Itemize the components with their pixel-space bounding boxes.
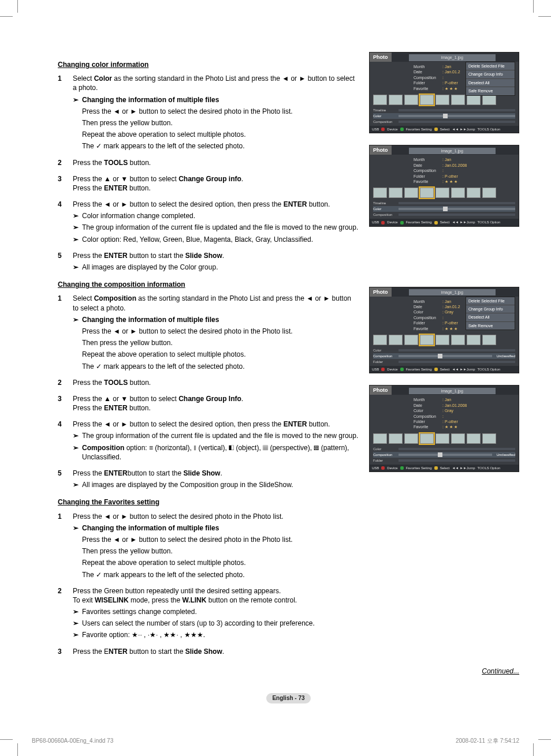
sort-bar	[399, 454, 492, 456]
thumbnail[interactable]	[467, 433, 481, 444]
screenshot-title: Photo	[370, 386, 392, 395]
step-number: 1	[58, 74, 73, 83]
thumbnail[interactable]	[389, 95, 403, 105]
meta-value: :	[442, 315, 444, 320]
foot-label-jump: ◄◄ ►►Jump	[452, 220, 475, 224]
page-number-pill-wrap: English - 73	[58, 693, 519, 703]
thumbnail[interactable]	[404, 95, 418, 105]
instruction-step: 5Press the ENTER button to start the Sli…	[58, 251, 359, 272]
step-body: Press the ▲ or ▼ button to select Change…	[73, 394, 359, 413]
context-menu-item[interactable]: Change Group Info	[466, 305, 515, 313]
thumbnail[interactable]	[404, 188, 418, 198]
print-metadata: BP68-00660A-00Eng_4.indd 73 2008-02-11 오…	[32, 737, 519, 745]
thumbnail[interactable]	[404, 433, 418, 444]
meta-key: Composition	[414, 168, 440, 173]
thumbnail[interactable]	[467, 335, 481, 345]
screenshot-filename: image_1.jpg	[409, 54, 496, 61]
step-text: Press the ◄ or ► button to select the de…	[73, 200, 359, 209]
thumbnail[interactable]	[482, 335, 496, 345]
sort-row[interactable]: Composition	[373, 119, 515, 125]
foot-label-device: Device	[387, 466, 397, 470]
thumbnail[interactable]	[389, 433, 403, 444]
context-menu-item[interactable]: Delete Selected File	[466, 297, 515, 305]
thumbnail[interactable]	[404, 335, 418, 345]
thumbnail[interactable]	[451, 188, 465, 198]
instruction-step: 1Press the ◄ or ► button to select the d…	[58, 512, 359, 579]
foot-label-usb: USB	[372, 466, 379, 470]
thumbnail[interactable]	[389, 335, 403, 345]
screenshot-header: Photoimage_1.jpg	[370, 386, 519, 395]
context-menu-item[interactable]: Delete Selected File	[466, 62, 515, 70]
context-menu-item[interactable]: Deselect All	[466, 313, 515, 321]
thumbnail[interactable]	[373, 335, 387, 345]
sort-row[interactable]: Color	[373, 113, 515, 119]
context-menu-item[interactable]: Change Group Info	[466, 70, 515, 78]
sort-row[interactable]: Color	[373, 206, 515, 212]
meta-key: Composition	[414, 75, 440, 80]
crop-mark	[533, 0, 534, 13]
thumbnail[interactable]	[435, 433, 449, 444]
sub-text: Changing the information of multiple fil…	[82, 315, 359, 324]
instruction-step: 2Press the TOOLS button.	[58, 158, 359, 167]
context-menu-item[interactable]: Deselect All	[466, 79, 515, 87]
thumbnail[interactable]	[467, 188, 481, 198]
meta-value: : P-other	[442, 320, 458, 325]
foot-color-icon	[381, 128, 385, 131]
instruction-step: 1Select Color as the sorting standard in…	[58, 74, 359, 151]
instruction-step: 4Press the ◄ or ► button to select the d…	[58, 420, 359, 462]
sub-line: ➢Favorites settings change completed.	[73, 607, 359, 616]
sort-row[interactable]: CompositionUnclassified	[373, 452, 515, 458]
sort-row[interactable]: Timeline	[373, 107, 515, 113]
sort-row[interactable]: Folder	[373, 359, 515, 365]
thumbnail[interactable]	[420, 95, 434, 105]
tv-screenshot: Photoimage_1.jpgMonth: JanDate: Jan.01.2…	[369, 145, 519, 226]
thumbnail[interactable]	[435, 188, 449, 198]
sort-row[interactable]: Color	[373, 347, 515, 353]
sub-bullet-icon: ➢	[73, 235, 82, 244]
sort-row[interactable]: Folder	[373, 458, 515, 463]
screenshot-header: Photoimage_1.jpg	[370, 145, 519, 155]
thumbnail[interactable]	[435, 335, 449, 345]
meta-value: : Gray	[442, 309, 453, 315]
sub-text: All images are displayed by the Color gr…	[82, 263, 359, 272]
step-text: Press the TOOLS button.	[73, 378, 359, 387]
foot-label-option: TOOLS Option	[478, 127, 501, 132]
thumbnail[interactable]	[482, 188, 496, 198]
thumbnail[interactable]	[482, 95, 496, 105]
sub-bullet-icon: ➢	[73, 619, 82, 628]
sort-row[interactable]: Color	[373, 446, 515, 452]
sort-row[interactable]: Composition	[373, 212, 515, 218]
thumbnail[interactable]	[389, 188, 403, 198]
meta-key: Color	[414, 309, 440, 315]
meta-value: : Jan.01.2008	[442, 163, 467, 168]
thumbnail[interactable]	[451, 95, 465, 105]
thumbnail[interactable]	[451, 335, 465, 345]
thumbnail[interactable]	[373, 433, 387, 444]
thumbnail-strip	[370, 431, 519, 446]
thumbnail[interactable]	[420, 335, 434, 345]
tv-screenshot: Photoimage_1.jpgMonth: JanDate: Jan.01.2…	[369, 52, 519, 133]
thumbnail[interactable]	[420, 188, 434, 198]
thumbnail[interactable]	[451, 433, 465, 444]
sort-row[interactable]: CompositionUnclassified	[373, 353, 515, 359]
meta-key: Favorite	[414, 424, 440, 429]
thumbnail[interactable]	[435, 95, 449, 105]
screenshot-footer: USBDeviceFavorites SettingSelect◄◄ ►►Jum…	[370, 465, 519, 471]
sort-row[interactable]: Timeline	[373, 200, 515, 206]
sub-text: Composition option: ≡ (horizontal), ⦀ (v…	[82, 443, 359, 462]
foot-label-select: Select	[440, 220, 450, 224]
sub-text: Color information change completed.	[82, 211, 359, 220]
thumbnail[interactable]	[482, 433, 496, 444]
thumbnail[interactable]	[373, 188, 387, 198]
section-heading: Changing the Favorites setting	[58, 497, 359, 507]
context-menu-item[interactable]: Safe Remove	[466, 87, 515, 95]
thumbnail[interactable]	[420, 433, 434, 444]
context-menu-item[interactable]: Safe Remove	[466, 322, 515, 330]
foot-label-option: TOOLS Option	[478, 367, 501, 372]
meta-value: : ★ ★ ★	[442, 86, 457, 91]
foot-label-usb: USB	[372, 127, 379, 132]
thumbnail[interactable]	[467, 95, 481, 105]
foot-label-jump: ◄◄ ►►Jump	[452, 127, 475, 132]
thumbnail[interactable]	[373, 95, 387, 105]
meta-key: Folder	[414, 419, 440, 424]
